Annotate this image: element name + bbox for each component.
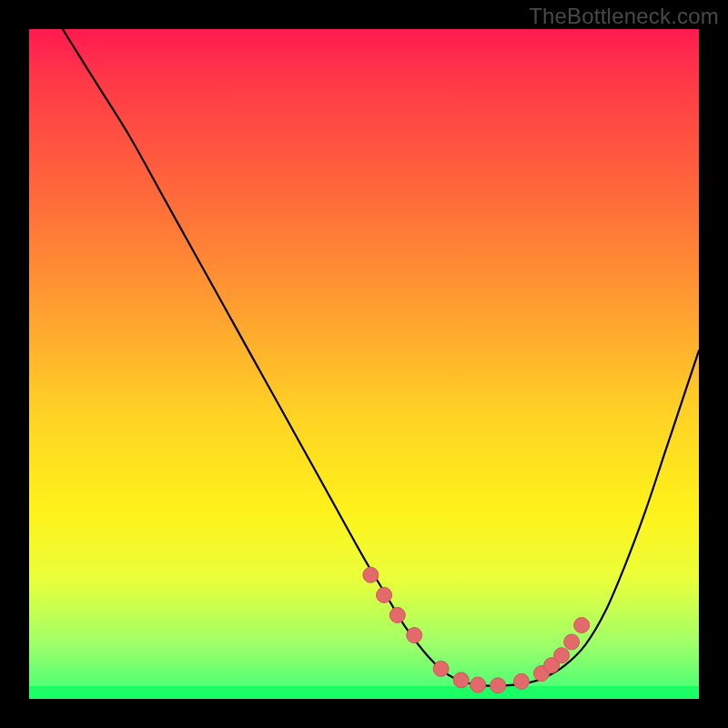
highlighted-point xyxy=(377,587,392,602)
highlighted-point xyxy=(574,618,590,633)
highlighted-points-group xyxy=(363,567,590,693)
chart-svg xyxy=(29,29,699,699)
highlighted-point xyxy=(564,634,580,650)
highlighted-point xyxy=(389,608,405,623)
highlighted-point xyxy=(490,678,506,693)
highlighted-point xyxy=(453,672,469,688)
plot-area xyxy=(29,29,699,699)
highlighted-point xyxy=(407,628,422,643)
highlighted-point xyxy=(363,567,379,582)
highlighted-point xyxy=(554,648,570,663)
bottleneck-curve xyxy=(63,29,699,686)
chart-frame: TheBottleneck.com xyxy=(0,0,728,728)
highlighted-point xyxy=(513,673,529,689)
highlighted-point xyxy=(470,677,486,693)
watermark-text: TheBottleneck.com xyxy=(529,4,719,29)
highlighted-point xyxy=(433,661,449,676)
